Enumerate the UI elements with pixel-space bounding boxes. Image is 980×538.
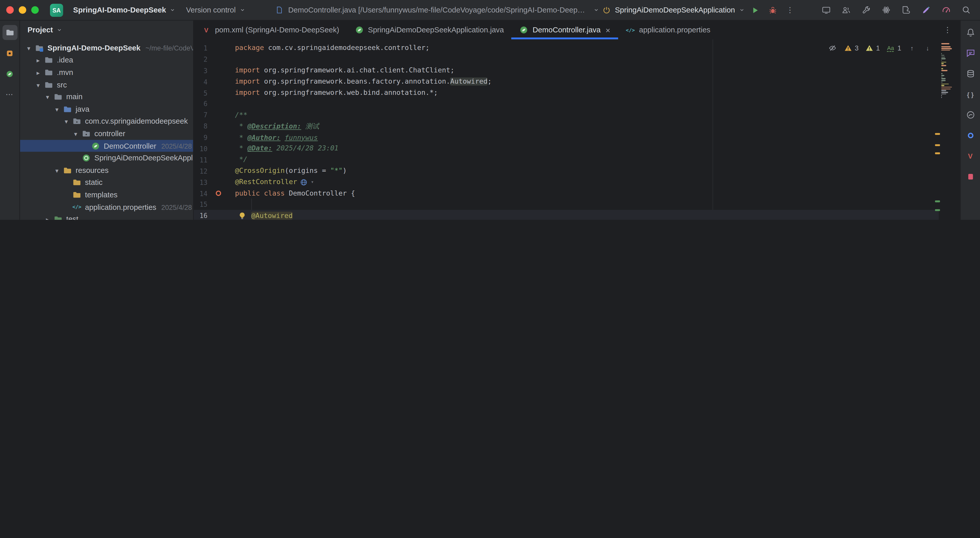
wrench-button[interactable] bbox=[859, 3, 874, 17]
code-line-7[interactable]: 7/** bbox=[194, 110, 939, 121]
dependencies-button[interactable] bbox=[963, 128, 978, 143]
line-number[interactable]: 11 bbox=[194, 156, 207, 163]
line-number[interactable]: 14 bbox=[194, 189, 207, 197]
ai-chat-button[interactable] bbox=[963, 46, 978, 61]
line-number[interactable]: 7 bbox=[194, 111, 207, 119]
inspection-arrow-down[interactable]: ↓ bbox=[923, 43, 932, 53]
stripe-mark[interactable] bbox=[935, 200, 940, 202]
tree-item-test[interactable]: ▸test bbox=[20, 213, 193, 220]
code-editor[interactable]: 1package com.cv.springaidemodeepseek.con… bbox=[194, 39, 960, 219]
globe-icon[interactable] bbox=[299, 177, 309, 187]
code-line-8[interactable]: 8 * @Description: 测试 bbox=[194, 121, 939, 132]
line-number[interactable]: 13 bbox=[194, 178, 207, 186]
chevron-right-icon[interactable]: ▸ bbox=[43, 215, 52, 220]
chevron-down-icon[interactable]: ▾ bbox=[24, 44, 34, 52]
chevron-down-icon[interactable]: ▾ bbox=[71, 129, 81, 138]
inspection-warn-yellow[interactable]: 1 bbox=[864, 43, 880, 53]
chevron-down-icon[interactable]: ▾ bbox=[52, 105, 62, 113]
profiler-button[interactable] bbox=[939, 3, 954, 17]
more-button[interactable]: ⋯ bbox=[2, 87, 18, 102]
code-line-1[interactable]: 1package com.cv.springaidemodeepseek.con… bbox=[194, 43, 939, 54]
tab-application-properties[interactable]: </>application.properties bbox=[618, 21, 718, 39]
close-window-button[interactable] bbox=[6, 6, 14, 14]
tab-options-button[interactable]: ⋮ bbox=[940, 22, 955, 38]
error-stripe[interactable] bbox=[935, 39, 941, 219]
tab-springaidemodeepseekapplication-java[interactable]: SpringAiDemoDeepSeekApplication.java bbox=[347, 21, 511, 39]
tree-item--mvn[interactable]: ▸.mvn bbox=[20, 66, 193, 79]
tree-item-static[interactable]: static bbox=[20, 176, 193, 189]
code-line-14[interactable]: 14public class DemoController { bbox=[194, 188, 939, 199]
screen-share-button[interactable] bbox=[819, 3, 834, 17]
code-line-9[interactable]: 9 * @Author: funnywus bbox=[194, 132, 939, 143]
users-button[interactable] bbox=[839, 3, 854, 17]
line-number[interactable]: 1 bbox=[194, 44, 207, 52]
line-number[interactable]: 12 bbox=[194, 167, 207, 175]
braces-button[interactable]: { } bbox=[963, 87, 978, 102]
inspection-arrow-up[interactable]: ↑ bbox=[907, 43, 917, 53]
project-tool-button[interactable] bbox=[2, 25, 18, 40]
code-line-16[interactable]: 16@Autowired bbox=[194, 210, 939, 220]
tree-item-main[interactable]: ▾main bbox=[20, 91, 193, 103]
tree-item-springaidemodeepseekapplication[interactable]: SpringAiDemoDeepSeekApplication bbox=[20, 152, 193, 164]
database-button[interactable] bbox=[963, 66, 978, 81]
run-button[interactable] bbox=[748, 3, 762, 17]
code-line-12[interactable]: 12@CrossOrigin(origins = "*") bbox=[194, 165, 939, 176]
chevron-down-icon[interactable]: ▾ bbox=[61, 117, 71, 126]
gradle-button[interactable] bbox=[963, 107, 978, 122]
stripe-mark[interactable] bbox=[935, 152, 940, 154]
code-line-3[interactable]: 3import org.springframework.ai.chat.clie… bbox=[194, 65, 939, 76]
project-menu[interactable]: SpringAI-Demo-DeepSeek bbox=[73, 6, 176, 14]
inspection-warn-orange[interactable]: 3 bbox=[843, 43, 859, 53]
code-line-4[interactable]: 4import org.springframework.beans.factor… bbox=[194, 76, 939, 87]
science-button[interactable] bbox=[879, 3, 894, 17]
close-icon[interactable]: × bbox=[606, 25, 611, 35]
project-badge[interactable]: SA bbox=[50, 3, 63, 16]
stripe-mark[interactable] bbox=[935, 209, 940, 211]
tree-item-src[interactable]: ▾src bbox=[20, 79, 193, 91]
plugins-button[interactable] bbox=[899, 3, 914, 17]
line-number[interactable]: 2 bbox=[194, 56, 207, 63]
line-number[interactable]: 3 bbox=[194, 67, 207, 74]
code-line-5[interactable]: 5import org.springframework.web.bind.ann… bbox=[194, 87, 939, 98]
commit-tool-button[interactable] bbox=[2, 46, 18, 61]
debug-button[interactable] bbox=[765, 3, 780, 17]
run-config-menu[interactable]: SpringAiDemoDeepSeekApplication bbox=[602, 5, 745, 15]
chevron-right-icon[interactable]: ▸ bbox=[33, 68, 43, 77]
inspection-eye-off[interactable] bbox=[827, 43, 837, 53]
file-path-menu[interactable]: DemoController.java [/Users/funnywus/me-… bbox=[274, 5, 599, 15]
plugin-green-button[interactable] bbox=[2, 66, 18, 81]
chevron-down-icon[interactable]: ▾ bbox=[43, 92, 52, 101]
stripe-mark[interactable] bbox=[935, 133, 940, 135]
ai-edit-button[interactable] bbox=[919, 3, 934, 17]
tab-democontroller-java[interactable]: DemoController.java× bbox=[511, 21, 618, 39]
tree-item-java[interactable]: ▾java bbox=[20, 103, 193, 115]
tree-item-templates[interactable]: templates bbox=[20, 189, 193, 201]
line-number[interactable]: 5 bbox=[194, 89, 207, 96]
vcs-menu[interactable]: Version control bbox=[186, 6, 246, 14]
tree-item-resources[interactable]: ▾resources bbox=[20, 164, 193, 176]
line-number[interactable]: 6 bbox=[194, 100, 207, 108]
tree-item-controller[interactable]: ▾controller bbox=[20, 127, 193, 140]
bulb-icon[interactable] bbox=[237, 211, 247, 220]
bookmarks-button[interactable] bbox=[963, 169, 978, 184]
stripe-mark[interactable] bbox=[935, 144, 940, 146]
line-number[interactable]: 16 bbox=[194, 212, 207, 219]
line-number[interactable]: 10 bbox=[194, 145, 207, 152]
tree-item-democontroller[interactable]: DemoController2025/4/28 23:01 bbox=[20, 140, 193, 152]
chevron-down-icon[interactable]: ▾ bbox=[33, 80, 43, 89]
code-line-15[interactable]: 15 bbox=[194, 199, 939, 210]
minimize-window-button[interactable] bbox=[19, 6, 26, 14]
tree-item--idea[interactable]: ▸.idea bbox=[20, 54, 193, 66]
bean-red-icon[interactable] bbox=[213, 188, 223, 198]
tab-pom-xml-springai-demo-deepseek-[interactable]: Vpom.xml (SpringAI-Demo-DeepSeek) bbox=[194, 21, 347, 39]
search-button[interactable] bbox=[959, 3, 974, 17]
chevron-down-icon[interactable]: ▾ bbox=[52, 166, 62, 175]
code-line-2[interactable]: 2 bbox=[194, 54, 939, 65]
line-number[interactable]: 9 bbox=[194, 133, 207, 141]
code-line-11[interactable]: 11 */ bbox=[194, 154, 939, 165]
code-line-13[interactable]: 13@RestController▾ bbox=[194, 176, 939, 188]
maven-tool-button[interactable]: V bbox=[963, 149, 978, 164]
inspections-widget[interactable]: 31Aa1↑↓ bbox=[827, 43, 932, 53]
tree-item-springai-demo-deepseek[interactable]: ▾SpringAI-Demo-DeepSeek~/me-file/CodeVoy… bbox=[20, 42, 193, 54]
bell-button[interactable] bbox=[963, 25, 978, 40]
